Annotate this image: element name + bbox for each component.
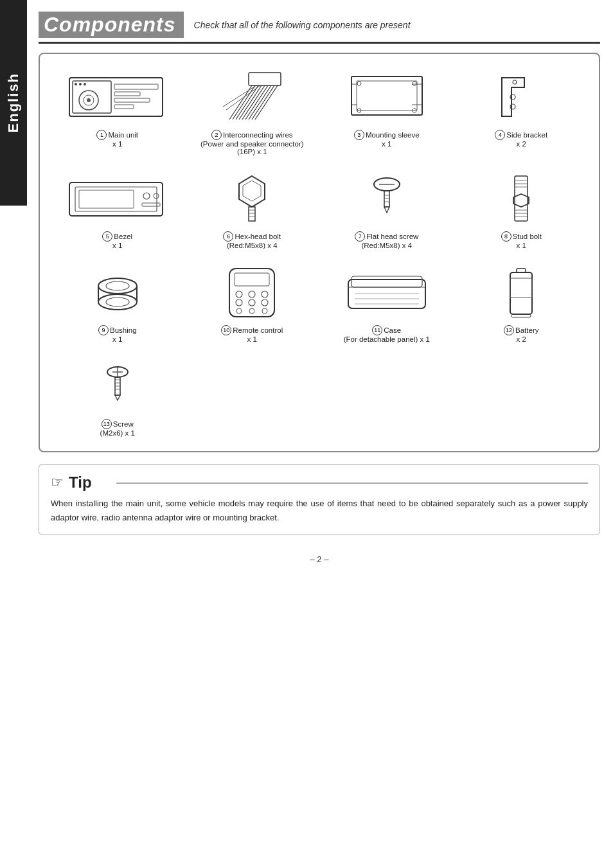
svg-rect-90 (510, 278, 532, 297)
component-image-bushing (55, 263, 180, 321)
svg-point-78 (262, 299, 268, 306)
svg-point-31 (413, 82, 416, 85)
tip-section: ☞ Tip When installing the main unit, som… (39, 464, 600, 535)
label-4: 4 Side bracket (495, 130, 547, 140)
svg-rect-52 (384, 191, 389, 207)
page-number: – 2 – (39, 554, 600, 564)
page-title: Components (44, 13, 176, 36)
component-sleeve: 3 Mounting sleeve x 1 (322, 64, 452, 159)
sidebar-label: English (5, 73, 22, 132)
component-hex-bolt: 6 Hex-head bolt (Red:M5x8) x 4 (188, 166, 317, 253)
svg-point-30 (357, 82, 361, 85)
label-13: 13 Screw (102, 419, 134, 429)
svg-rect-10 (114, 98, 150, 102)
component-stud-bolt: 8 Stud bolt x 1 (457, 166, 587, 253)
label-1: 1 Main unit (96, 130, 138, 140)
svg-rect-0 (69, 78, 163, 116)
svg-point-76 (236, 299, 242, 306)
component-image-hex-bolt (190, 170, 315, 227)
svg-marker-56 (384, 207, 389, 213)
component-wires: 2 Interconnecting wires (Power and speak… (188, 64, 317, 159)
title-box: Components (39, 12, 184, 38)
components-box: 1 Main unit x 1 (39, 53, 600, 452)
label-11: 11 Case (372, 325, 401, 335)
svg-rect-8 (114, 84, 158, 89)
component-flat-screw: 7 Flat head screw (Red:M5x8) x 4 (322, 166, 452, 253)
svg-rect-72 (235, 273, 269, 286)
component-image-sleeve (324, 68, 449, 126)
components-grid: 1 Main unit x 1 (53, 64, 586, 441)
svg-rect-43 (142, 203, 160, 206)
svg-point-4 (87, 98, 91, 102)
svg-rect-11 (114, 105, 134, 109)
svg-rect-24 (351, 76, 422, 115)
svg-point-5 (75, 83, 77, 85)
component-battery: 12 Battery x 2 (457, 260, 587, 347)
label-9: 9 Bushing (98, 325, 137, 335)
component-image-bezel (55, 170, 180, 227)
label-5: 5 Bezel (102, 231, 132, 242)
label-12: 12 Battery (504, 325, 538, 335)
component-image-case (324, 263, 449, 321)
component-image-stud-bolt (459, 170, 584, 227)
svg-rect-1 (73, 81, 111, 113)
component-image-bracket (459, 68, 584, 126)
tip-title: Tip (69, 474, 92, 492)
svg-rect-89 (510, 272, 532, 314)
svg-rect-25 (357, 81, 417, 111)
label-3: 3 Mounting sleeve (354, 130, 420, 140)
svg-point-77 (249, 299, 255, 306)
svg-rect-9 (114, 92, 140, 96)
tip-header: ☞ Tip (51, 474, 588, 492)
svg-point-37 (513, 80, 517, 84)
component-image-screw (55, 357, 180, 415)
label-7: 7 Flat head screw (355, 231, 418, 242)
component-image-wires (190, 68, 315, 126)
svg-rect-12 (249, 73, 281, 85)
svg-point-69 (98, 294, 137, 310)
tip-text: When installing the main unit, some vehi… (51, 497, 588, 525)
svg-point-42 (154, 193, 159, 199)
component-bezel: 5 Bezel x 1 (53, 166, 182, 253)
component-remote: 10 Remote control x 1 (188, 260, 317, 347)
svg-point-7 (84, 83, 86, 85)
svg-marker-100 (115, 395, 120, 400)
page-header: Components Check that all of the followi… (39, 12, 600, 44)
component-image-battery (459, 263, 584, 321)
svg-point-41 (143, 193, 150, 199)
component-case: 11 Case (For detachable panel) x 1 (322, 260, 452, 347)
label-6: 6 Hex-head bolt (223, 231, 281, 242)
main-content: Components Check that all of the followi… (32, 0, 613, 564)
component-bushing: 9 Bushing x 1 (53, 260, 182, 347)
svg-rect-40 (79, 190, 134, 208)
component-image-flat-screw (324, 170, 449, 227)
svg-point-75 (262, 291, 268, 297)
tip-line (116, 483, 588, 484)
svg-point-66 (106, 281, 129, 290)
svg-rect-38 (69, 182, 163, 216)
svg-point-81 (262, 308, 267, 314)
svg-rect-84 (351, 276, 422, 287)
component-image-main-unit (55, 68, 180, 126)
page-subtitle: Check that all of the following componen… (194, 20, 411, 30)
sidebar: English (0, 0, 27, 206)
component-image-remote (190, 263, 315, 321)
svg-point-79 (236, 308, 242, 314)
label-10: 10 Remote control (221, 325, 283, 335)
component-screw: 13 Screw (M2x6) x 1 (53, 353, 182, 441)
svg-point-65 (98, 278, 137, 294)
component-bracket: 4 Side bracket x 2 (457, 64, 587, 159)
component-main-unit: 1 Main unit x 1 (53, 64, 182, 159)
svg-point-73 (236, 291, 242, 297)
svg-marker-45 (243, 181, 261, 201)
svg-marker-61 (513, 194, 529, 207)
svg-line-23 (226, 85, 260, 110)
label-8: 8 Stud bolt (501, 231, 542, 242)
svg-point-74 (249, 291, 255, 297)
svg-rect-39 (75, 187, 157, 211)
label-2: 2 Interconnecting wires (211, 130, 293, 140)
svg-point-70 (106, 297, 129, 306)
svg-point-6 (79, 83, 82, 85)
svg-point-80 (249, 308, 254, 314)
tip-icon: ☞ (51, 474, 64, 491)
